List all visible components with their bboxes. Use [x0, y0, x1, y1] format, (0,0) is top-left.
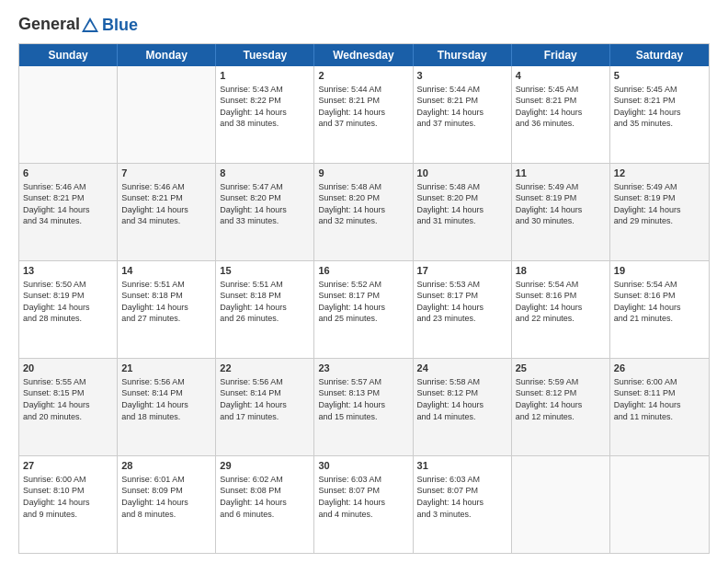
cell-line: Sunrise: 5:47 AM	[220, 181, 310, 193]
calendar-cell: 15Sunrise: 5:51 AMSunset: 8:18 PMDayligh…	[216, 261, 314, 358]
cell-line: Daylight: 14 hours	[121, 204, 211, 216]
calendar-cell: 3Sunrise: 5:44 AMSunset: 8:21 PMDaylight…	[414, 66, 512, 163]
cell-line: Daylight: 14 hours	[318, 107, 408, 119]
cell-line: Daylight: 14 hours	[220, 497, 310, 509]
day-number: 23	[318, 362, 408, 375]
day-number: 26	[614, 362, 705, 375]
cell-line: Sunrise: 5:53 AM	[417, 279, 507, 291]
cell-line: Sunrise: 5:50 AM	[23, 279, 113, 291]
cell-line: Sunrise: 5:51 AM	[121, 279, 211, 291]
cell-line: and 8 minutes.	[121, 509, 211, 521]
day-number: 21	[121, 362, 211, 375]
cell-line: Sunset: 8:19 PM	[516, 192, 606, 204]
cell-line: and 21 minutes.	[614, 313, 705, 325]
cell-line: and 38 minutes.	[220, 118, 310, 130]
cell-line: Sunrise: 5:44 AM	[318, 84, 408, 96]
calendar-cell: 29Sunrise: 6:02 AMSunset: 8:08 PMDayligh…	[216, 456, 314, 553]
calendar-cell: 19Sunrise: 5:54 AMSunset: 8:16 PMDayligh…	[610, 261, 709, 358]
cell-line: Daylight: 14 hours	[417, 302, 507, 314]
cell-line: Sunrise: 5:52 AM	[318, 279, 408, 291]
day-number: 9	[318, 167, 408, 180]
cell-line: Sunset: 8:22 PM	[220, 95, 310, 107]
calendar-cell	[512, 456, 610, 553]
cell-line: Sunset: 8:20 PM	[220, 192, 310, 204]
cell-line: Sunset: 8:21 PM	[417, 95, 507, 107]
cell-line: Daylight: 14 hours	[417, 399, 507, 411]
day-number: 31	[417, 459, 507, 473]
calendar-cell: 9Sunrise: 5:48 AMSunset: 8:20 PMDaylight…	[314, 164, 413, 260]
calendar-cell: 22Sunrise: 5:56 AMSunset: 8:14 PMDayligh…	[216, 359, 314, 455]
calendar-cell: 2Sunrise: 5:44 AMSunset: 8:21 PMDaylight…	[314, 66, 413, 163]
calendar-cell: 23Sunrise: 5:57 AMSunset: 8:13 PMDayligh…	[314, 359, 413, 455]
calendar-row: 1Sunrise: 5:43 AMSunset: 8:22 PMDaylight…	[19, 66, 709, 163]
cell-line: Daylight: 14 hours	[23, 204, 113, 216]
cell-line: and 28 minutes.	[23, 313, 113, 325]
cell-line: and 6 minutes.	[220, 509, 310, 521]
cell-line: and 17 minutes.	[220, 411, 310, 423]
calendar: SundayMondayTuesdayWednesdayThursdayFrid…	[18, 43, 710, 554]
day-number: 15	[220, 264, 310, 278]
day-number: 16	[318, 264, 408, 278]
logo-icon	[80, 16, 100, 36]
cell-line: Sunrise: 6:02 AM	[220, 474, 310, 486]
cell-line: Sunset: 8:07 PM	[417, 485, 507, 497]
cell-line: and 9 minutes.	[23, 509, 113, 521]
cell-line: and 23 minutes.	[417, 313, 507, 325]
calendar-cell: 28Sunrise: 6:01 AMSunset: 8:09 PMDayligh…	[118, 456, 216, 553]
cell-line: Sunrise: 5:45 AM	[614, 84, 705, 96]
cell-line: Sunrise: 6:03 AM	[318, 474, 408, 486]
cell-line: Daylight: 14 hours	[516, 302, 606, 314]
weekday-header: Wednesday	[314, 44, 413, 66]
cell-line: Daylight: 14 hours	[220, 107, 310, 119]
calendar-cell: 25Sunrise: 5:59 AMSunset: 8:12 PMDayligh…	[512, 359, 610, 455]
calendar-cell: 6Sunrise: 5:46 AMSunset: 8:21 PMDaylight…	[19, 164, 118, 260]
cell-line: Sunrise: 5:48 AM	[318, 181, 408, 193]
cell-line: and 35 minutes.	[614, 118, 705, 130]
cell-line: and 36 minutes.	[516, 118, 606, 130]
cell-line: Sunset: 8:18 PM	[220, 290, 310, 302]
cell-line: Sunrise: 5:56 AM	[220, 376, 310, 388]
cell-line: Sunset: 8:19 PM	[23, 290, 113, 302]
cell-line: and 4 minutes.	[318, 509, 408, 521]
cell-line: and 26 minutes.	[220, 313, 310, 325]
cell-line: Sunrise: 5:58 AM	[417, 376, 507, 388]
cell-line: Daylight: 14 hours	[516, 399, 606, 411]
header: General Blue	[18, 15, 710, 36]
cell-line: and 18 minutes.	[121, 411, 211, 423]
calendar-row: 6Sunrise: 5:46 AMSunset: 8:21 PMDaylight…	[19, 163, 709, 260]
cell-line: Sunrise: 6:03 AM	[417, 474, 507, 486]
cell-line: Sunrise: 6:01 AM	[121, 474, 211, 486]
weekday-header: Thursday	[414, 44, 512, 66]
cell-line: Sunset: 8:07 PM	[318, 485, 408, 497]
calendar-cell: 12Sunrise: 5:49 AMSunset: 8:19 PMDayligh…	[610, 164, 709, 260]
weekday-header: Friday	[512, 44, 610, 66]
cell-line: and 20 minutes.	[23, 411, 113, 423]
calendar-cell: 30Sunrise: 6:03 AMSunset: 8:07 PMDayligh…	[314, 456, 413, 553]
cell-line: Sunset: 8:14 PM	[220, 387, 310, 399]
day-number: 18	[516, 264, 606, 278]
cell-line: Sunset: 8:09 PM	[121, 485, 211, 497]
calendar-row: 13Sunrise: 5:50 AMSunset: 8:19 PMDayligh…	[19, 260, 709, 358]
cell-line: Daylight: 14 hours	[417, 107, 507, 119]
cell-line: Daylight: 14 hours	[318, 302, 408, 314]
cell-line: Sunset: 8:10 PM	[23, 485, 113, 497]
cell-line: and 25 minutes.	[318, 313, 408, 325]
day-number: 8	[220, 167, 310, 180]
cell-line: Sunrise: 5:49 AM	[516, 181, 606, 193]
cell-line: Sunset: 8:11 PM	[614, 387, 705, 399]
calendar-cell	[610, 456, 709, 553]
cell-line: Daylight: 14 hours	[614, 399, 705, 411]
cell-line: Daylight: 14 hours	[614, 302, 705, 314]
weekday-header: Saturday	[610, 44, 709, 66]
day-number: 29	[220, 459, 310, 473]
calendar-header: SundayMondayTuesdayWednesdayThursdayFrid…	[19, 44, 709, 66]
cell-line: and 37 minutes.	[417, 118, 507, 130]
cell-line: Daylight: 14 hours	[614, 107, 705, 119]
cell-line: Sunset: 8:14 PM	[121, 387, 211, 399]
cell-line: Sunrise: 5:55 AM	[23, 376, 113, 388]
cell-line: Daylight: 14 hours	[23, 399, 113, 411]
cell-line: Sunrise: 6:00 AM	[614, 376, 705, 388]
cell-line: and 15 minutes.	[318, 411, 408, 423]
cell-line: Daylight: 14 hours	[417, 497, 507, 509]
day-number: 11	[516, 167, 606, 180]
